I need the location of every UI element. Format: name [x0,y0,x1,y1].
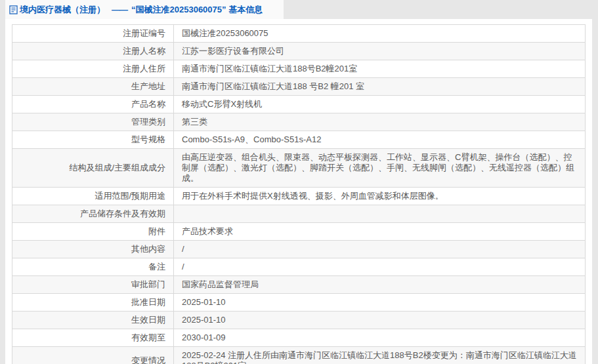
row-label: 注册人名称 [12,43,174,60]
table-row: 附件 产品技术要求 [12,223,586,241]
row-value: 产品技术要求 [174,223,586,241]
row-label-text: 注册人名称 [123,46,165,56]
row-label: 其他内容 [12,241,174,258]
header-bar: 境内医疗器械（注册） —— “国械注准20253060075” 基本信息 [5,0,284,19]
table-row: 注册人住所 南通市海门区临江镇临江大道188号B2幢201室 [12,60,586,78]
row-label-text: 审批部门 [131,279,165,289]
row-label: 附件 [12,223,174,241]
row-label: 注册人住所 [12,60,174,78]
table-row: 备注 / [12,258,586,276]
row-label: 生效日期 [12,312,174,329]
row-label: 审批部门 [12,276,174,294]
row-label: 产品储存条件及有效期 [12,205,174,223]
row-value: 第三类 [174,113,586,131]
row-label-text: 有效期至 [131,333,165,342]
row-value [174,205,586,223]
table-row: 注册证编号 国械注准20253060075 [12,25,586,43]
row-label: 产品名称 [12,96,174,113]
table-row: 生效日期 2025-01-10 [12,312,586,329]
row-value: 由高压逆变器、组合机头、限束器、动态平板探测器、工作站、显示器、C臂机架、操作台… [174,149,586,188]
row-value: 江苏一影医疗设备有限公司 [174,43,586,60]
row-label-text: 附件 [148,226,165,236]
document-icon [9,5,18,14]
row-label: 注册证编号 [12,25,174,43]
row-value: 2025-02-24 注册人住所由南通市海门区临江镇临江大道188号B2楼变更为… [174,347,586,364]
row-label-text: 适用范围/预期用途 [95,191,165,201]
row-label: 管理类别 [12,113,174,131]
row-value: 国家药品监督管理局 [174,276,586,294]
row-label-text: 注册证编号 [123,28,165,38]
row-label: 型号规格 [12,131,174,149]
content-panel: 注册证编号 国械注准20253060075 注册人名称 江苏一影医疗设备有限公司… [5,19,592,364]
row-value: / [174,258,586,276]
header-category: 境内医疗器械（注册） [20,4,105,16]
table-row: 批准日期 2025-01-10 [12,294,586,312]
header-separator: —— [112,5,127,14]
row-label-text: 产品储存条件及有效期 [80,209,165,218]
row-label-text: 生产地址 [131,81,165,91]
info-table: 注册证编号 国械注准20253060075 注册人名称 江苏一影医疗设备有限公司… [12,24,586,364]
row-label-text: 其他内容 [131,244,165,254]
row-label-text: 注册人住所 [123,64,165,73]
table-row: 型号规格 Combo-S51s-A9、Combo-S51s-A12 [12,131,586,149]
row-label: 结构及组成/主要组成成分 [12,149,174,188]
page: 境内医疗器械（注册） —— “国械注准20253060075” 基本信息 注册证… [0,0,598,364]
row-value: 2025-01-10 [174,312,586,329]
row-value: 南通市海门区临江镇临江大道188号B2幢201室 [174,60,586,78]
row-label-text: 备注 [148,262,165,272]
row-value: 2030-01-09 [174,329,586,347]
row-label-text: 产品名称 [131,99,165,109]
row-value: 用于在外科手术时提供X射线透视、摄影、外周血管减影和体层图像。 [174,188,586,205]
row-label-text: 管理类别 [131,117,165,127]
row-label: 生产地址 [12,78,174,96]
row-value: 移动式C形臂X射线机 [174,96,586,113]
table-row: 其他内容 / [12,241,586,258]
row-label: 批准日期 [12,294,174,312]
row-label: 备注 [12,258,174,276]
row-label-text: 型号规格 [131,134,165,144]
row-value: 2025-01-10 [174,294,586,312]
table-row: 结构及组成/主要组成成分 由高压逆变器、组合机头、限束器、动态平板探测器、工作站… [12,149,586,188]
header-title: “国械注准20253060075” 基本信息 [131,4,263,16]
table-row: 产品名称 移动式C形臂X射线机 [12,96,586,113]
table-row: 变更情况 2025-02-24 注册人住所由南通市海门区临江镇临江大道188号B… [12,347,586,364]
row-label-text: 批准日期 [131,297,165,307]
table-row: 适用范围/预期用途 用于在外科手术时提供X射线透视、摄影、外周血管减影和体层图像… [12,188,586,205]
row-label-text: 变更情况 [131,355,165,364]
row-label-text: 结构及组成/主要组成成分 [69,163,165,172]
row-label: 适用范围/预期用途 [12,188,174,205]
table-row: 管理类别 第三类 [12,113,586,131]
row-label-text: 生效日期 [131,315,165,325]
row-value: Combo-S51s-A9、Combo-S51s-A12 [174,131,586,149]
table-row: 有效期至 2030-01-09 [12,329,586,347]
row-label: 变更情况 [12,347,174,364]
table-row: 审批部门 国家药品监督管理局 [12,276,586,294]
table-row: 生产地址 南通市海门区临江镇临江大道188 号B2 幢201 室 [12,78,586,96]
row-label: 有效期至 [12,329,174,347]
table-row: 注册人名称 江苏一影医疗设备有限公司 [12,43,586,60]
row-value: / [174,241,586,258]
table-row: 产品储存条件及有效期 [12,205,586,223]
row-value: 南通市海门区临江镇临江大道188 号B2 幢201 室 [174,78,586,96]
row-value: 国械注准20253060075 [174,25,586,43]
